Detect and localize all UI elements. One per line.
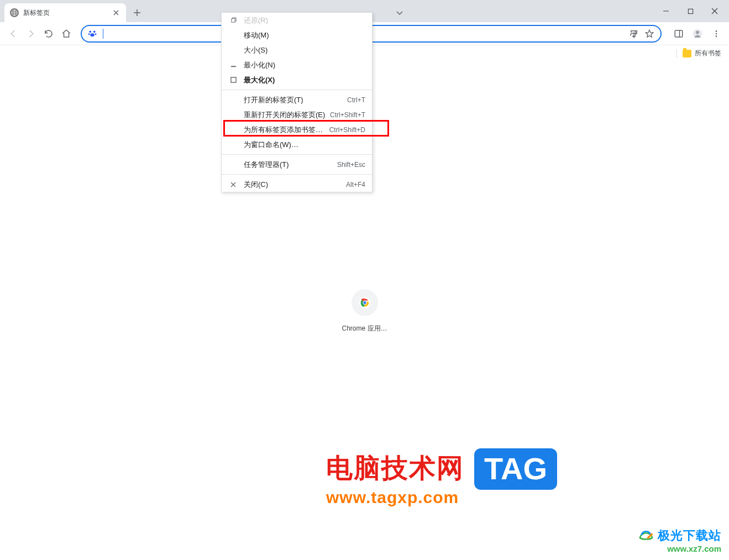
svg-point-9 xyxy=(696,30,699,34)
tab-close-button[interactable] xyxy=(112,8,120,17)
menu-kebab-icon[interactable] xyxy=(708,25,725,42)
tab-title: 新标签页 xyxy=(23,8,112,18)
menu-item-move[interactable]: 移动(M) xyxy=(222,28,372,43)
minimize-icon xyxy=(228,62,238,68)
svg-rect-17 xyxy=(230,77,235,82)
menu-item-bookmark-all[interactable]: 为所有标签页添加书签… Ctrl+Shift+D xyxy=(222,122,372,137)
window-maximize-button[interactable] xyxy=(678,2,702,20)
browser-tab[interactable]: 新标签页 xyxy=(4,3,126,22)
svg-rect-7 xyxy=(675,30,683,37)
watermark2-url: www.xz7.com xyxy=(638,544,721,553)
window-context-menu: 还原(R) 移动(M) 大小(S) 最小化(N) 最大化(X) 打开新的标签页(… xyxy=(221,12,373,192)
svg-point-12 xyxy=(716,35,717,37)
window-controls xyxy=(654,0,729,22)
nav-home-button[interactable] xyxy=(57,25,75,43)
shortcut-circle xyxy=(351,289,377,316)
window-minimize-button[interactable] xyxy=(654,2,678,20)
nav-back-button[interactable] xyxy=(4,25,22,43)
bookmark-star-icon[interactable] xyxy=(644,28,655,39)
shortcut-chrome-apps[interactable]: Chrome 应用… xyxy=(342,289,387,333)
restore-icon xyxy=(228,17,238,23)
folder-icon xyxy=(683,50,691,57)
all-bookmarks-label: 所有书签 xyxy=(695,49,721,58)
omnibox-actions xyxy=(628,28,655,39)
menu-item-reopen-tab[interactable]: 重新打开关闭的标签页(E) Ctrl+Shift+T xyxy=(222,107,372,122)
menu-item-size[interactable]: 大小(S) xyxy=(222,43,372,57)
watermark-url: www.tagxp.com xyxy=(326,488,464,507)
share-icon[interactable] xyxy=(628,28,639,39)
new-tab-button[interactable] xyxy=(129,5,145,20)
shortcut-label: Chrome 应用… xyxy=(342,323,387,333)
svg-point-6 xyxy=(90,33,95,36)
svg-point-10 xyxy=(716,30,717,32)
tab-search-dropdown[interactable] xyxy=(391,5,408,20)
menu-separator xyxy=(222,174,372,175)
svg-point-5 xyxy=(95,33,97,35)
watermark-tagxp: 电脑技术网 www.tagxp.com TAG xyxy=(326,451,557,507)
all-bookmarks-button[interactable]: 所有书签 xyxy=(683,49,721,58)
svg-point-4 xyxy=(88,33,90,35)
nav-forward-button[interactable] xyxy=(22,25,40,43)
menu-item-restore: 还原(R) xyxy=(222,13,372,28)
menu-item-close[interactable]: 关闭(C) Alt+F4 xyxy=(222,177,372,192)
window-close-button[interactable] xyxy=(702,2,727,20)
watermark-title: 电脑技术网 xyxy=(326,451,464,486)
svg-rect-16 xyxy=(231,19,234,22)
side-panel-icon[interactable] xyxy=(670,25,687,42)
nav-reload-button[interactable] xyxy=(40,25,57,43)
svg-point-3 xyxy=(93,30,96,33)
aurora-logo-icon xyxy=(638,527,654,544)
menu-item-new-tab[interactable]: 打开新的标签页(T) Ctrl+T xyxy=(222,92,372,107)
watermark-xz7: 极光下载站 www.xz7.com xyxy=(638,527,721,553)
watermark2-name: 极光下载站 xyxy=(658,527,721,544)
menu-item-maximize[interactable]: 最大化(X) xyxy=(222,72,372,87)
chrome-icon xyxy=(358,296,370,308)
profile-avatar-icon[interactable] xyxy=(689,25,706,42)
svg-rect-1 xyxy=(688,9,693,13)
menu-separator xyxy=(222,90,372,90)
divider xyxy=(676,49,677,58)
menu-item-minimize[interactable]: 最小化(N) xyxy=(222,57,372,72)
tab-favicon-globe-icon xyxy=(10,8,19,17)
menu-item-name-window[interactable]: 为窗口命名(W)… xyxy=(222,137,372,152)
maximize-icon xyxy=(228,77,238,83)
svg-point-2 xyxy=(89,30,91,33)
search-engine-paw-icon xyxy=(87,29,97,39)
menu-item-task-manager[interactable]: 任务管理器(T) Shift+Esc xyxy=(222,157,372,172)
watermark-tag-badge: TAG xyxy=(474,448,557,490)
menu-separator xyxy=(222,154,372,155)
svg-point-11 xyxy=(716,33,717,34)
close-icon xyxy=(228,182,238,187)
